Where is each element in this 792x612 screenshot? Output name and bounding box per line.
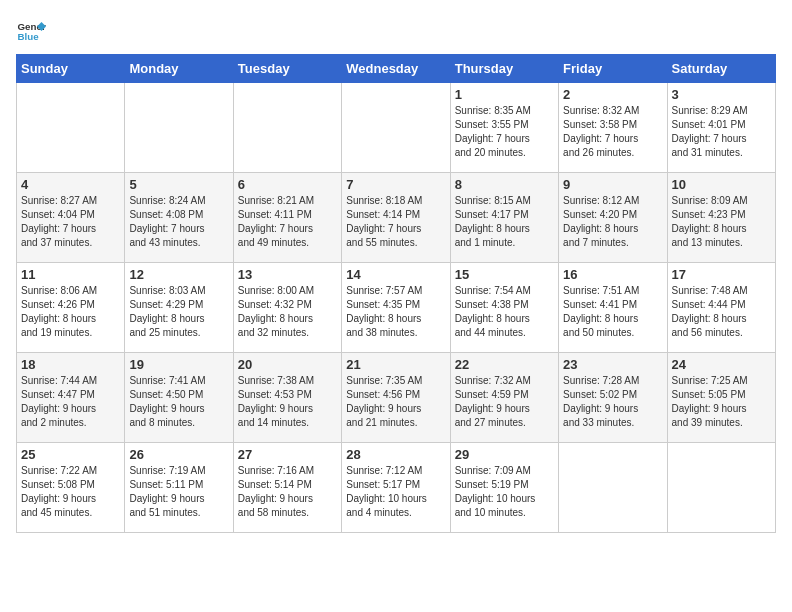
day-number: 16	[563, 267, 662, 282]
calendar-cell: 17Sunrise: 7:48 AM Sunset: 4:44 PM Dayli…	[667, 263, 775, 353]
calendar-cell: 20Sunrise: 7:38 AM Sunset: 4:53 PM Dayli…	[233, 353, 341, 443]
calendar-cell: 11Sunrise: 8:06 AM Sunset: 4:26 PM Dayli…	[17, 263, 125, 353]
day-number: 14	[346, 267, 445, 282]
calendar-cell: 10Sunrise: 8:09 AM Sunset: 4:23 PM Dayli…	[667, 173, 775, 263]
calendar-cell: 28Sunrise: 7:12 AM Sunset: 5:17 PM Dayli…	[342, 443, 450, 533]
day-info: Sunrise: 7:41 AM Sunset: 4:50 PM Dayligh…	[129, 374, 228, 430]
day-number: 3	[672, 87, 771, 102]
calendar-cell: 19Sunrise: 7:41 AM Sunset: 4:50 PM Dayli…	[125, 353, 233, 443]
calendar-cell	[559, 443, 667, 533]
calendar-cell	[233, 83, 341, 173]
calendar-cell	[667, 443, 775, 533]
day-info: Sunrise: 7:51 AM Sunset: 4:41 PM Dayligh…	[563, 284, 662, 340]
calendar-cell: 4Sunrise: 8:27 AM Sunset: 4:04 PM Daylig…	[17, 173, 125, 263]
day-number: 12	[129, 267, 228, 282]
calendar-cell: 8Sunrise: 8:15 AM Sunset: 4:17 PM Daylig…	[450, 173, 558, 263]
calendar-cell: 5Sunrise: 8:24 AM Sunset: 4:08 PM Daylig…	[125, 173, 233, 263]
day-info: Sunrise: 8:03 AM Sunset: 4:29 PM Dayligh…	[129, 284, 228, 340]
calendar-table: SundayMondayTuesdayWednesdayThursdayFrid…	[16, 54, 776, 533]
col-header-wednesday: Wednesday	[342, 55, 450, 83]
svg-text:Blue: Blue	[18, 31, 40, 42]
day-info: Sunrise: 8:00 AM Sunset: 4:32 PM Dayligh…	[238, 284, 337, 340]
calendar-cell: 1Sunrise: 8:35 AM Sunset: 3:55 PM Daylig…	[450, 83, 558, 173]
day-number: 28	[346, 447, 445, 462]
day-number: 29	[455, 447, 554, 462]
calendar-cell: 18Sunrise: 7:44 AM Sunset: 4:47 PM Dayli…	[17, 353, 125, 443]
day-info: Sunrise: 7:09 AM Sunset: 5:19 PM Dayligh…	[455, 464, 554, 520]
day-info: Sunrise: 8:15 AM Sunset: 4:17 PM Dayligh…	[455, 194, 554, 250]
day-number: 15	[455, 267, 554, 282]
calendar-cell: 26Sunrise: 7:19 AM Sunset: 5:11 PM Dayli…	[125, 443, 233, 533]
calendar-cell: 22Sunrise: 7:32 AM Sunset: 4:59 PM Dayli…	[450, 353, 558, 443]
day-info: Sunrise: 7:16 AM Sunset: 5:14 PM Dayligh…	[238, 464, 337, 520]
day-info: Sunrise: 7:12 AM Sunset: 5:17 PM Dayligh…	[346, 464, 445, 520]
day-number: 25	[21, 447, 120, 462]
day-number: 24	[672, 357, 771, 372]
day-info: Sunrise: 7:19 AM Sunset: 5:11 PM Dayligh…	[129, 464, 228, 520]
day-info: Sunrise: 8:12 AM Sunset: 4:20 PM Dayligh…	[563, 194, 662, 250]
day-number: 20	[238, 357, 337, 372]
header: General Blue	[16, 16, 776, 46]
col-header-friday: Friday	[559, 55, 667, 83]
day-info: Sunrise: 8:35 AM Sunset: 3:55 PM Dayligh…	[455, 104, 554, 160]
calendar-cell: 16Sunrise: 7:51 AM Sunset: 4:41 PM Dayli…	[559, 263, 667, 353]
day-number: 7	[346, 177, 445, 192]
day-number: 27	[238, 447, 337, 462]
day-number: 17	[672, 267, 771, 282]
day-number: 13	[238, 267, 337, 282]
col-header-tuesday: Tuesday	[233, 55, 341, 83]
day-info: Sunrise: 8:06 AM Sunset: 4:26 PM Dayligh…	[21, 284, 120, 340]
col-header-monday: Monday	[125, 55, 233, 83]
day-info: Sunrise: 8:21 AM Sunset: 4:11 PM Dayligh…	[238, 194, 337, 250]
day-number: 2	[563, 87, 662, 102]
day-number: 10	[672, 177, 771, 192]
day-info: Sunrise: 7:32 AM Sunset: 4:59 PM Dayligh…	[455, 374, 554, 430]
calendar-cell	[17, 83, 125, 173]
day-info: Sunrise: 8:18 AM Sunset: 4:14 PM Dayligh…	[346, 194, 445, 250]
day-info: Sunrise: 8:09 AM Sunset: 4:23 PM Dayligh…	[672, 194, 771, 250]
calendar-cell: 21Sunrise: 7:35 AM Sunset: 4:56 PM Dayli…	[342, 353, 450, 443]
calendar-cell: 6Sunrise: 8:21 AM Sunset: 4:11 PM Daylig…	[233, 173, 341, 263]
day-number: 11	[21, 267, 120, 282]
calendar-cell: 27Sunrise: 7:16 AM Sunset: 5:14 PM Dayli…	[233, 443, 341, 533]
calendar-cell: 15Sunrise: 7:54 AM Sunset: 4:38 PM Dayli…	[450, 263, 558, 353]
calendar-cell	[125, 83, 233, 173]
calendar-cell: 2Sunrise: 8:32 AM Sunset: 3:58 PM Daylig…	[559, 83, 667, 173]
day-info: Sunrise: 7:25 AM Sunset: 5:05 PM Dayligh…	[672, 374, 771, 430]
calendar-cell	[342, 83, 450, 173]
day-number: 23	[563, 357, 662, 372]
day-info: Sunrise: 8:29 AM Sunset: 4:01 PM Dayligh…	[672, 104, 771, 160]
calendar-cell: 7Sunrise: 8:18 AM Sunset: 4:14 PM Daylig…	[342, 173, 450, 263]
calendar-cell: 24Sunrise: 7:25 AM Sunset: 5:05 PM Dayli…	[667, 353, 775, 443]
col-header-saturday: Saturday	[667, 55, 775, 83]
day-info: Sunrise: 7:54 AM Sunset: 4:38 PM Dayligh…	[455, 284, 554, 340]
day-number: 6	[238, 177, 337, 192]
day-info: Sunrise: 8:32 AM Sunset: 3:58 PM Dayligh…	[563, 104, 662, 160]
day-info: Sunrise: 8:27 AM Sunset: 4:04 PM Dayligh…	[21, 194, 120, 250]
calendar-cell: 9Sunrise: 8:12 AM Sunset: 4:20 PM Daylig…	[559, 173, 667, 263]
day-number: 1	[455, 87, 554, 102]
day-number: 5	[129, 177, 228, 192]
day-info: Sunrise: 7:38 AM Sunset: 4:53 PM Dayligh…	[238, 374, 337, 430]
calendar-cell: 25Sunrise: 7:22 AM Sunset: 5:08 PM Dayli…	[17, 443, 125, 533]
day-info: Sunrise: 7:44 AM Sunset: 4:47 PM Dayligh…	[21, 374, 120, 430]
day-info: Sunrise: 7:35 AM Sunset: 4:56 PM Dayligh…	[346, 374, 445, 430]
day-number: 4	[21, 177, 120, 192]
day-info: Sunrise: 7:57 AM Sunset: 4:35 PM Dayligh…	[346, 284, 445, 340]
day-number: 19	[129, 357, 228, 372]
calendar-cell: 3Sunrise: 8:29 AM Sunset: 4:01 PM Daylig…	[667, 83, 775, 173]
day-number: 8	[455, 177, 554, 192]
day-number: 9	[563, 177, 662, 192]
col-header-thursday: Thursday	[450, 55, 558, 83]
day-info: Sunrise: 7:28 AM Sunset: 5:02 PM Dayligh…	[563, 374, 662, 430]
logo-icon: General Blue	[16, 16, 46, 46]
calendar-cell: 13Sunrise: 8:00 AM Sunset: 4:32 PM Dayli…	[233, 263, 341, 353]
day-number: 26	[129, 447, 228, 462]
calendar-cell: 29Sunrise: 7:09 AM Sunset: 5:19 PM Dayli…	[450, 443, 558, 533]
day-number: 22	[455, 357, 554, 372]
calendar-cell: 23Sunrise: 7:28 AM Sunset: 5:02 PM Dayli…	[559, 353, 667, 443]
logo: General Blue	[16, 16, 46, 46]
day-number: 21	[346, 357, 445, 372]
col-header-sunday: Sunday	[17, 55, 125, 83]
day-info: Sunrise: 7:48 AM Sunset: 4:44 PM Dayligh…	[672, 284, 771, 340]
